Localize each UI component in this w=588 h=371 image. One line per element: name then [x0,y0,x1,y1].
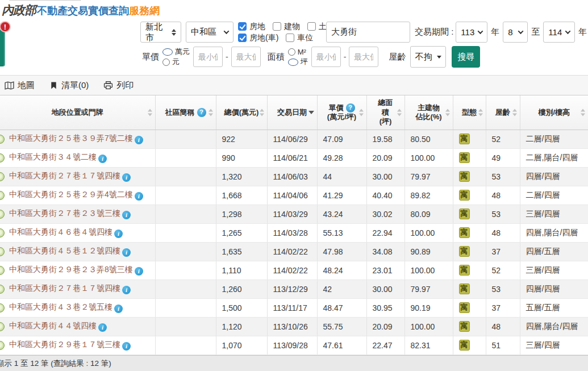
radio-area-坪[interactable]: 坪 [288,57,308,66]
radio-button-icon[interactable] [288,48,295,56]
info-icon[interactable]: i [135,192,143,201]
checkbox-建物[interactable]: 建物 [273,22,300,32]
address-link[interactable]: 中和區大勇街２９巷２３弄8號三樓 [9,265,133,274]
column-header[interactable]: 社區簡稱? [155,95,216,130]
print-button[interactable]: 列印 [103,80,134,91]
street-input[interactable] [326,22,410,43]
address-link[interactable]: 中和區大勇街３４號二樓 [9,152,97,161]
checkbox-房地[interactable]: 房地 [238,22,265,32]
address-link[interactable]: 中和區大勇街４３巷２號五樓 [9,302,112,311]
radio-unit-元[interactable]: 元 [162,57,190,66]
radio-button-icon[interactable] [162,59,170,66]
column-header[interactable]: 主建物佔比(%) [404,95,453,130]
sort-icon[interactable] [581,109,585,116]
main-building-ratio-cell: 90.89 [404,242,453,261]
age-select-value: 不拘 [415,52,432,62]
sort-icon[interactable] [148,109,152,116]
column-header[interactable]: 總面積(坪) [366,95,404,130]
column-header[interactable]: 總價(萬元) [216,95,267,130]
address-link[interactable]: 中和區大勇街２７巷１７號四樓 [9,284,120,293]
column-header[interactable]: 交易日期 [267,95,317,130]
info-icon[interactable]: i [135,267,143,276]
column-header[interactable]: 屋齡 [486,95,520,130]
column-header[interactable]: 單價?(萬元/坪) [317,95,366,130]
checkbox-box-icon[interactable] [238,34,247,42]
total-price-cell: 1,260 [216,280,267,298]
sort-icon[interactable] [445,109,450,116]
age-select[interactable]: 不拘 [410,46,446,68]
unit-price-cell: 55.13 [317,223,366,242]
address-link[interactable]: 中和區大勇街４５巷１２號四樓 [9,246,120,255]
area-max-input[interactable] [349,47,378,67]
checkbox-label: 車位 [297,33,313,43]
checkbox-車位[interactable]: 車位 [286,33,313,43]
map-view-button[interactable]: 地圖 [5,80,35,91]
info-icon[interactable]: i [98,323,107,332]
list-view-button[interactable]: 清單(0) [49,80,89,91]
column-header[interactable]: 型態 [453,95,486,130]
alert-badge-icon[interactable]: ! [0,21,11,32]
district-select[interactable]: 中和區 [186,22,233,43]
address-link[interactable]: 中和區大勇街２９巷１７號三樓 [9,340,120,349]
table-header-row: 地段位置或門牌社區簡稱?總價(萬元)交易日期單價?(萬元/坪)總面積(坪)主建物… [0,95,588,130]
address-link[interactable]: 中和區大勇街２７巷１７號四樓 [9,171,120,180]
checkbox-房地(車)[interactable]: 房地(車) [238,33,278,43]
area-min-input[interactable] [311,47,341,67]
address-link[interactable]: 中和區大勇街２７巷２３號三樓 [9,209,120,218]
sort-icon[interactable] [512,109,517,116]
info-icon[interactable]: i [114,305,123,313]
address-link[interactable]: 中和區大勇街２５巷２９弄4號二樓 [9,190,133,199]
unit-price-max-input[interactable] [231,47,261,67]
info-icon[interactable]: i [122,342,131,351]
site-logo[interactable]: 內政部不動產交易實價查詢服務網 [2,2,160,18]
sort-icon[interactable] [308,111,314,114]
checkbox-box-icon[interactable] [307,22,316,31]
checkbox-box-icon[interactable] [238,22,247,31]
search-panel: ! 新北市 中和區 房地建物土地房地(車)車位 交易期間 : 113 年 8 [0,18,588,75]
total-price-cell: 1,070 [216,336,267,355]
column-header[interactable]: 樓別/樓高 [520,95,588,130]
help-icon[interactable]: ? [197,108,206,117]
floor-cell: 三層/四層 [520,336,588,355]
radio-button-icon[interactable] [162,48,173,56]
table-row: 中和區大勇街２７巷１７號四樓i 1,320 114/06/03 44 30.00… [0,167,588,186]
checkbox-box-icon[interactable] [286,34,294,42]
month-from-value: 8 [508,27,512,37]
type-cell: 寓 [453,205,486,223]
year-to-select[interactable]: 114 [543,22,575,43]
sort-icon[interactable] [397,109,402,116]
age-cell: 37 [486,298,520,317]
search-button[interactable]: 搜尋 [452,46,480,68]
sort-icon[interactable] [260,109,264,116]
unit-price-min-input[interactable] [193,47,223,67]
address-link[interactable]: 中和區大勇街４６巷４號四樓 [9,227,112,236]
result-summary-bar: 顯示 1 至 12 筆 (查詢結果 : 12 筆) [0,355,588,371]
sort-icon[interactable] [208,109,213,116]
address-link[interactable]: 中和區大勇街４４號四樓 [9,321,97,330]
total-price-cell: 922 [216,130,267,148]
sort-icon[interactable] [478,109,483,116]
month-from-select[interactable]: 8 [503,22,528,43]
radio-unit-萬元[interactable]: 萬元 [162,47,190,56]
year-from-select[interactable]: 113 [456,22,487,43]
sort-icon[interactable] [359,109,364,116]
address-link[interactable]: 中和區大勇街２５巷３９弄7號二樓 [9,134,133,143]
radio-button-icon[interactable] [288,59,298,66]
main-building-ratio-cell: 90.19 [404,298,453,317]
info-icon[interactable]: i [122,286,131,294]
column-header[interactable]: 地段位置或門牌 [0,95,155,130]
transaction-date-cell: 113/11/17 [267,298,317,317]
info-icon[interactable]: i [135,136,143,144]
radio-area-M²[interactable]: M² [288,47,308,56]
info-icon[interactable]: i [98,155,107,163]
city-select[interactable]: 新北市 [140,22,181,43]
help-icon[interactable]: ? [346,103,355,112]
info-icon[interactable]: i [122,211,131,219]
column-sublabel: (萬元/坪) [327,112,356,122]
info-icon[interactable]: i [122,248,131,257]
info-icon[interactable]: i [122,173,131,182]
main-building-ratio-cell: 80.09 [404,205,453,223]
total-area-cell: 40.40 [366,186,404,205]
info-icon[interactable]: i [114,230,123,238]
checkbox-box-icon[interactable] [273,22,281,31]
